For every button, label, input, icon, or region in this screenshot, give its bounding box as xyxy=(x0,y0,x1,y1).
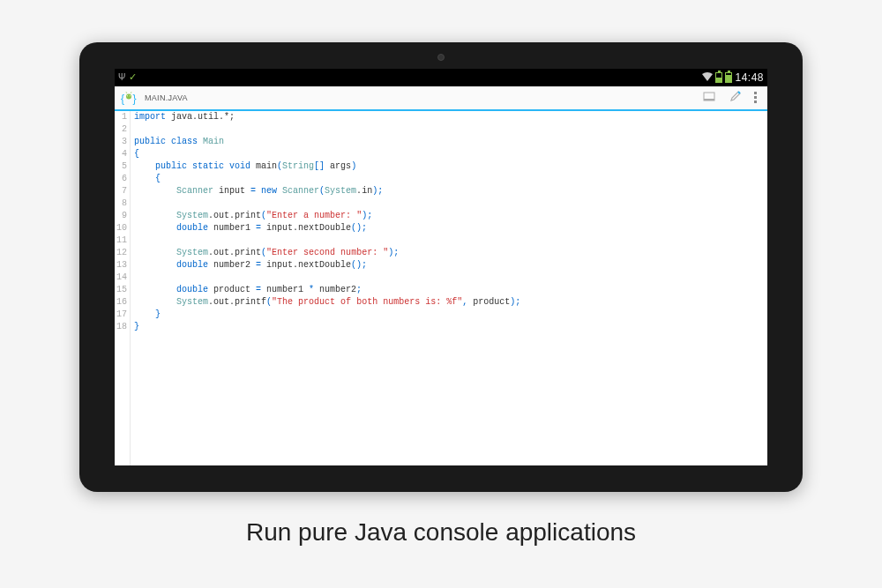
camera-dot xyxy=(437,54,445,61)
svg-line-4 xyxy=(126,92,127,93)
wifi-icon xyxy=(702,71,713,84)
actionbar-actions xyxy=(703,90,762,105)
statusbar-left: Ψ ✓ xyxy=(118,71,137,83)
svg-line-5 xyxy=(131,92,131,93)
action-bar: {} MAIN.JAVA xyxy=(115,86,767,111)
svg-point-1 xyxy=(126,93,131,99)
tablet-frame: Ψ ✓ 14:48 {} MAIN.JAVA xyxy=(79,42,803,492)
svg-point-3 xyxy=(130,95,131,96)
filename-label: MAIN.JAVA xyxy=(145,93,188,102)
edit-icon[interactable] xyxy=(729,90,742,105)
app-icon[interactable]: {} xyxy=(120,89,138,107)
clock: 14:48 xyxy=(735,71,764,84)
caption: Run pure Java console applications xyxy=(246,518,636,547)
battery-icon-2 xyxy=(725,72,732,83)
svg-rect-8 xyxy=(704,99,714,100)
svg-text:}: } xyxy=(133,92,137,104)
statusbar-right: 14:48 xyxy=(702,71,764,84)
svg-point-2 xyxy=(127,95,128,96)
check-icon: ✓ xyxy=(129,71,137,83)
usb-icon: Ψ xyxy=(118,72,125,82)
status-bar: Ψ ✓ 14:48 xyxy=(115,69,767,86)
code-editor[interactable]: 123456789101112131415161718 import java.… xyxy=(115,111,767,465)
screen: Ψ ✓ 14:48 {} MAIN.JAVA xyxy=(115,69,767,465)
battery-icon xyxy=(715,72,722,83)
line-gutter: 123456789101112131415161718 xyxy=(115,111,131,465)
code-area[interactable]: import java.util.*; public class Main{ p… xyxy=(131,111,767,465)
svg-text:{: { xyxy=(121,92,124,104)
overflow-menu-icon[interactable] xyxy=(754,92,757,103)
run-icon[interactable] xyxy=(703,91,717,105)
